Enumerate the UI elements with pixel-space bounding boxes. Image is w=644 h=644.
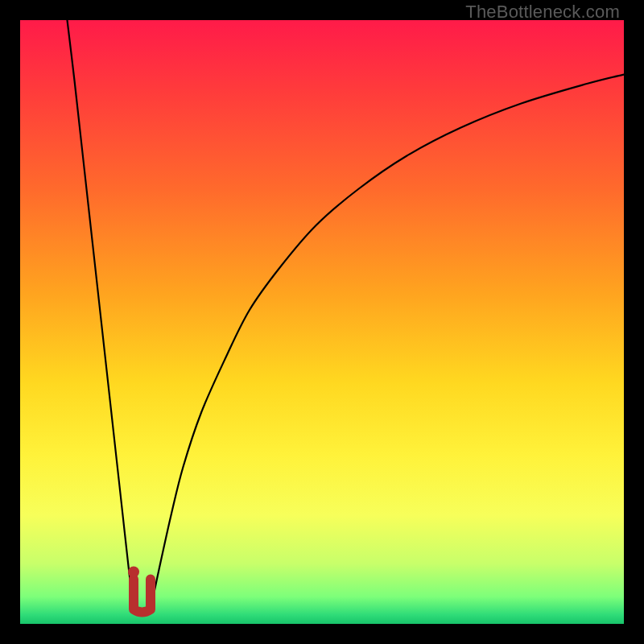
gradient-background — [20, 20, 624, 624]
bottleneck-chart — [20, 20, 624, 624]
chart-frame — [20, 20, 624, 624]
u-marker-dot — [128, 567, 139, 578]
